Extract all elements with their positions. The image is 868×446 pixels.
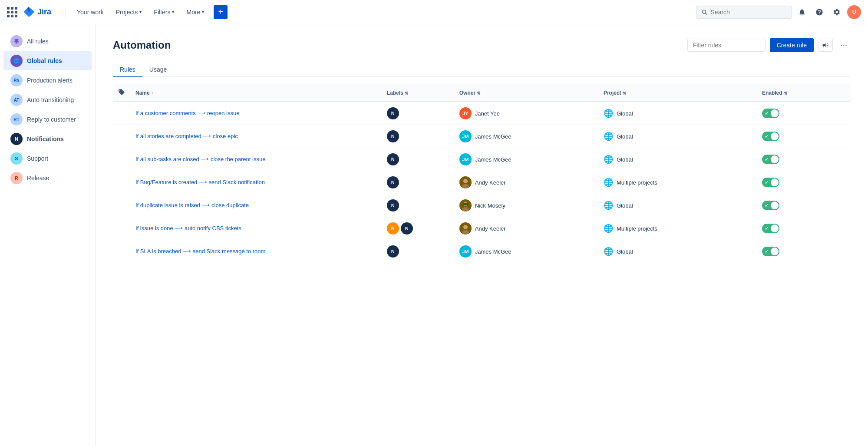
create-rule-button[interactable]: Create rule <box>770 38 814 52</box>
search-icon <box>702 9 707 15</box>
owner-avatar: JY <box>459 107 472 119</box>
user-avatar[interactable]: U <box>847 5 861 19</box>
tabs: Rules Usage <box>113 63 851 77</box>
nav-divider <box>65 7 66 17</box>
top-navigation: Jira Your work Projects ▾ Filters ▾ More… <box>0 0 868 24</box>
nav-filters[interactable]: Filters ▾ <box>149 6 178 18</box>
row-name-cell: If SLA is breached ⟶ send Slack message … <box>130 240 382 263</box>
auto-transitioning-avatar: AT <box>10 94 23 106</box>
svg-point-3 <box>462 184 469 188</box>
row-owner-cell: Andy Keeler <box>454 171 598 194</box>
sidebar-item-global-rules[interactable]: 🌐 Global rules <box>3 51 92 70</box>
row-tag-cell <box>113 240 130 263</box>
announce-icon <box>822 42 829 49</box>
col-name-header: Name ↑ <box>130 84 382 102</box>
row-enabled-cell: ✓ <box>757 194 851 217</box>
row-labels-cell: R N <box>382 217 454 240</box>
toggle-enabled[interactable]: ✓ <box>762 224 779 233</box>
filters-chevron-icon: ▾ <box>172 10 174 14</box>
sidebar-item-all-rules[interactable]: All rules <box>3 32 92 51</box>
svg-point-7 <box>463 225 468 229</box>
project-name: Global <box>617 110 633 117</box>
row-project-cell: 🌐 Multiple projects <box>598 217 757 240</box>
enabled-sort-icon[interactable]: ⇅ <box>784 91 787 96</box>
notifications-avatar: N <box>10 133 23 145</box>
nav-your-work[interactable]: Your work <box>73 6 108 18</box>
row-enabled-cell: ✓ <box>757 217 851 240</box>
announce-icon-button[interactable] <box>818 39 833 52</box>
toggle-enabled[interactable]: ✓ <box>762 247 779 256</box>
globe-icon: 🌐 <box>604 247 613 256</box>
rule-name-link[interactable]: If Bug/Feature is created ⟶ send Slack n… <box>135 179 265 185</box>
owner-name: Andy Keeler <box>475 225 506 232</box>
search-input[interactable] <box>711 9 786 16</box>
settings-icon[interactable] <box>830 5 844 19</box>
rule-name-link[interactable]: If issue is done ⟶ auto notify CBS ticke… <box>135 225 241 231</box>
help-icon[interactable] <box>812 5 826 19</box>
row-enabled-cell: ✓ <box>757 102 851 125</box>
globe-icon: 🌐 <box>604 201 613 210</box>
tab-usage[interactable]: Usage <box>142 63 174 77</box>
projects-chevron-icon: ▾ <box>139 10 142 14</box>
toggle-enabled[interactable]: ✓ <box>762 132 779 141</box>
row-owner-cell: JM James McGee <box>454 240 598 263</box>
sidebar-item-reply-to-customer[interactable]: RT Reply to customer <box>3 110 92 129</box>
row-owner-cell: JY Janet Yee <box>454 102 598 125</box>
owner-name: Andy Keeler <box>475 179 506 186</box>
support-avatar: S <box>10 152 23 165</box>
row-name-cell: If all stories are completed ⟶ close epi… <box>130 125 382 148</box>
nav-more[interactable]: More ▾ <box>182 6 208 18</box>
main-layout: All rules 🌐 Global rules PA Production a… <box>0 24 868 446</box>
row-project-cell: 🌐 Global <box>598 125 757 148</box>
row-tag-cell <box>113 217 130 240</box>
row-tag-cell <box>113 171 130 194</box>
project-sort-icon[interactable]: ⇅ <box>623 91 626 96</box>
globe-icon: 🌐 <box>604 178 613 187</box>
rule-name-link[interactable]: If all sub-tasks are closed ⟶ close the … <box>135 156 265 162</box>
notifications-bell-icon[interactable] <box>795 5 809 19</box>
sidebar-item-label: Global rules <box>27 57 62 64</box>
toggle-enabled[interactable]: ✓ <box>762 178 779 187</box>
sidebar-item-release[interactable]: R Release <box>3 168 92 188</box>
all-rules-avatar <box>10 35 23 47</box>
create-button[interactable]: + <box>214 5 228 19</box>
nav-projects[interactable]: Projects ▾ <box>112 6 146 18</box>
toggle-enabled[interactable]: ✓ <box>762 155 779 164</box>
row-enabled-cell: ✓ <box>757 171 851 194</box>
col-enabled-header: Enabled ⇅ <box>757 84 851 102</box>
svg-line-1 <box>705 13 706 14</box>
sidebar-item-label: Production alerts <box>27 77 73 84</box>
rule-name-link[interactable]: If duplicate issue is raised ⟶ close dup… <box>135 202 249 208</box>
labels-sort-icon[interactable]: ⇅ <box>405 91 408 96</box>
row-labels-cell: N <box>382 240 454 263</box>
rule-name-link[interactable]: If SLA is breached ⟶ send Slack message … <box>135 248 265 254</box>
globe-icon: 🌐 <box>604 132 613 141</box>
owner-name: James McGee <box>475 248 512 255</box>
sidebar-item-support[interactable]: S Support <box>3 149 92 168</box>
tab-rules[interactable]: Rules <box>113 63 142 77</box>
rule-name-link[interactable]: If all stories are completed ⟶ close epi… <box>135 133 238 139</box>
more-options-button[interactable]: ··· <box>837 39 851 52</box>
sidebar-item-production-alerts[interactable]: PA Production alerts <box>3 71 92 90</box>
table-row: If SLA is breached ⟶ send Slack message … <box>113 240 851 263</box>
row-project-cell: 🌐 Global <box>598 240 757 263</box>
sidebar-item-auto-transitioning[interactable]: AT Auto transitioning <box>3 90 92 109</box>
sidebar-item-notifications[interactable]: N Notifications <box>3 129 92 149</box>
row-owner-cell: Nick Mosely <box>454 194 598 217</box>
search-bar[interactable] <box>696 6 792 19</box>
rule-name-link[interactable]: If a customer comments ⟶ reopen issue <box>135 110 239 116</box>
toggle-enabled[interactable]: ✓ <box>762 201 779 210</box>
owner-sort-icon[interactable]: ⇅ <box>477 91 480 96</box>
table-row: If a customer comments ⟶ reopen issue N … <box>113 102 851 125</box>
jira-logo[interactable]: Jira <box>23 6 51 18</box>
app-switcher-icon[interactable] <box>7 7 17 17</box>
label-badge-n: N <box>401 222 413 235</box>
name-sort-icon[interactable]: ↑ <box>151 91 153 96</box>
row-project-cell: 🌐 Global <box>598 148 757 171</box>
filter-rules-input[interactable] <box>687 39 766 52</box>
toggle-enabled[interactable]: ✓ <box>762 109 779 118</box>
label-badge: N <box>387 199 399 211</box>
project-name: Multiple projects <box>617 179 657 186</box>
row-tag-cell <box>113 194 130 217</box>
svg-point-5 <box>462 207 469 211</box>
